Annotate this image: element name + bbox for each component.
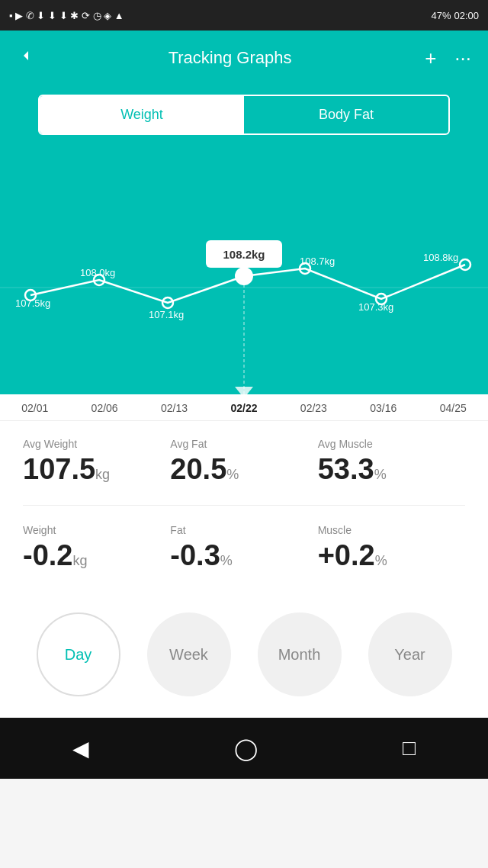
avg-fat-label: Avg Fat [170, 438, 317, 450]
date-label-3: 02/22 [214, 402, 274, 414]
svg-text:108.0kg: 108.0kg [80, 267, 115, 278]
svg-marker-18 [235, 387, 253, 394]
avg-muscle-stat: Avg Muscle 53.3% [318, 438, 465, 484]
weight-delta-stat: Weight -0.2kg [23, 524, 170, 570]
svg-text:108.8kg: 108.8kg [423, 252, 458, 263]
battery-percent: 47% [431, 10, 451, 21]
date-label-2: 02/13 [144, 402, 205, 414]
avg-weight-label: Avg Weight [23, 438, 170, 450]
notification-icons: ▪ ▶ ✆ ⬇ ⬇ ⬇ ✱ ⟳ ◷ ◈ ▲ [9, 10, 124, 21]
add-button[interactable]: + [422, 43, 439, 73]
delta-stats-row: Weight -0.2kg Fat -0.3% Muscle +0.2% [23, 524, 465, 570]
header-actions: + ··· [422, 43, 474, 73]
recents-nav-icon[interactable]: □ [403, 736, 416, 760]
period-week-button[interactable]: Week [147, 612, 231, 696]
period-year-button[interactable]: Year [368, 612, 452, 696]
stats-section: Avg Weight 107.5kg Avg Fat 20.5% Avg Mus… [0, 421, 488, 599]
header: Tracking Graphs + ··· [0, 31, 488, 85]
svg-text:107.3kg: 107.3kg [358, 301, 393, 313]
tab-weight[interactable]: Weight [40, 96, 244, 133]
period-buttons: Day Week Month Year [0, 599, 488, 718]
avg-muscle-unit: % [374, 467, 387, 482]
date-axis: 02/01 02/06 02/13 02/22 02/23 03/16 04/2… [0, 394, 488, 421]
fat-label: Fat [170, 524, 317, 536]
fat-unit: % [220, 553, 233, 568]
status-bar-left: ▪ ▶ ✆ ⬇ ⬇ ⬇ ✱ ⟳ ◷ ◈ ▲ [9, 10, 124, 21]
muscle-delta-stat: Muscle +0.2% [318, 524, 465, 570]
period-month-button[interactable]: Month [258, 612, 342, 696]
time-display: 02:00 [454, 10, 479, 21]
chart-area[interactable]: 107.5kg 108.0kg 107.1kg 108.7kg 107.3kg … [0, 135, 488, 394]
svg-point-13 [236, 268, 252, 285]
avg-stats-row: Avg Weight 107.5kg Avg Fat 20.5% Avg Mus… [23, 438, 465, 484]
weight-label: Weight [23, 524, 170, 536]
date-label-1: 02/06 [74, 402, 135, 414]
back-nav-icon[interactable]: ◀ [72, 736, 89, 761]
date-label-5: 03/16 [353, 402, 414, 414]
more-button[interactable]: ··· [451, 43, 474, 73]
avg-fat-stat: Avg Fat 20.5% [170, 438, 317, 484]
muscle-delta-value: +0.2% [318, 541, 465, 570]
status-bar-right: 47% 02:00 [431, 10, 479, 21]
muscle-unit: % [375, 553, 387, 568]
period-day-button[interactable]: Day [37, 612, 120, 696]
avg-weight-value: 107.5kg [23, 455, 170, 484]
chart-svg: 107.5kg 108.0kg 107.1kg 108.7kg 107.3kg … [0, 135, 488, 394]
avg-muscle-label: Avg Muscle [318, 438, 465, 450]
tab-bodyfat[interactable]: Body Fat [244, 96, 448, 133]
fat-delta-stat: Fat -0.3% [170, 524, 317, 570]
avg-weight-stat: Avg Weight 107.5kg [23, 438, 170, 484]
home-nav-icon[interactable]: ◯ [234, 736, 258, 761]
muscle-label: Muscle [318, 524, 465, 536]
weight-delta-value: -0.2kg [23, 541, 170, 570]
date-label-6: 04/25 [422, 402, 483, 414]
date-label-0: 02/01 [5, 402, 66, 414]
bottom-nav: ◀ ◯ □ [0, 718, 488, 779]
avg-fat-unit: % [226, 467, 239, 482]
weight-unit: kg [72, 553, 87, 568]
svg-text:108.2kg: 108.2kg [223, 248, 265, 261]
tab-toggle-inner: Weight Body Fat [38, 95, 450, 135]
avg-fat-value: 20.5% [170, 455, 317, 484]
date-label-4: 02/23 [283, 402, 344, 414]
tab-toggle: Weight Body Fat [0, 85, 488, 135]
avg-weight-unit: kg [95, 467, 110, 482]
fat-delta-value: -0.3% [170, 541, 317, 570]
page-title: Tracking Graphs [38, 48, 422, 68]
avg-muscle-value: 53.3% [318, 455, 465, 484]
stats-divider [23, 505, 465, 506]
svg-text:107.1kg: 107.1kg [149, 309, 184, 320]
status-bar: ▪ ▶ ✆ ⬇ ⬇ ⬇ ✱ ⟳ ◷ ◈ ▲ 47% 02:00 [0, 0, 488, 31]
back-button[interactable] [14, 43, 38, 73]
svg-text:108.7kg: 108.7kg [300, 256, 335, 267]
